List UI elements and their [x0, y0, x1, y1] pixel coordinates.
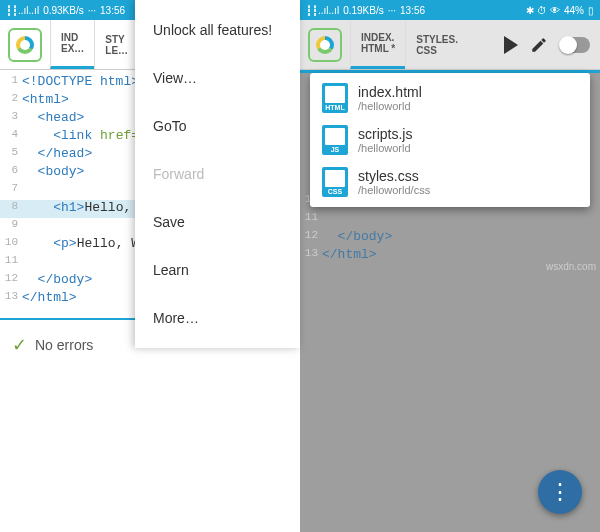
toggle-switch[interactable]: [560, 37, 590, 53]
tab-label: INDEX.: [361, 32, 395, 43]
code-line[interactable]: 12 </body>: [300, 229, 600, 247]
file-path: /helloworld: [358, 142, 412, 154]
tab-label: IND: [61, 32, 84, 43]
file-picker: HTMLindex.html/helloworldJSscripts.js/he…: [310, 73, 590, 207]
run-icon[interactable]: [504, 36, 518, 54]
bt-alarm-icons: ✱ ⏱ 👁: [526, 5, 560, 16]
tab-index-html[interactable]: INDEX. HTML *: [350, 20, 405, 69]
tab-styles-css[interactable]: STYLES. CSS: [405, 20, 468, 69]
app-logo-icon[interactable]: [8, 28, 42, 62]
menu-more[interactable]: More…: [135, 294, 300, 342]
tab-index[interactable]: IND EX…: [50, 20, 94, 69]
signal-icon: ┇┇..ıl..ıl: [6, 5, 39, 16]
battery-icon: ▯: [588, 5, 594, 16]
file-row[interactable]: JSscripts.js/helloworld: [314, 119, 586, 161]
tab-label: CSS: [416, 45, 458, 56]
menu-save[interactable]: Save: [135, 198, 300, 246]
tab-styles[interactable]: STY LE…: [94, 20, 138, 69]
clock: 13:56: [100, 5, 125, 16]
file-name: index.html: [358, 84, 422, 100]
file-icon: JS: [322, 125, 348, 155]
dots: ···: [388, 5, 396, 16]
tab-label: STY: [105, 34, 128, 45]
watermark: wsxdn.com: [546, 261, 596, 272]
code-line[interactable]: 11: [300, 211, 600, 229]
file-row[interactable]: CSSstyles.css/helloworld/css: [314, 161, 586, 203]
net-speed: 0.19KB/s: [343, 5, 384, 16]
menu-learn[interactable]: Learn: [135, 246, 300, 294]
toolbar-right: INDEX. HTML * STYLES. CSS: [300, 20, 600, 70]
battery-pct: 44%: [564, 5, 584, 16]
file-row[interactable]: HTMLindex.html/helloworld: [314, 77, 586, 119]
fab-more-button[interactable]: ⋮: [538, 470, 582, 514]
file-path: /helloworld: [358, 100, 422, 112]
tab-label: EX…: [61, 43, 84, 54]
file-name: styles.css: [358, 168, 430, 184]
left-pane: ┇┇..ıl..ıl 0.93KB/s ··· 13:56 ✱ ⏱ 👁 44% …: [0, 0, 300, 532]
file-name: scripts.js: [358, 126, 412, 142]
edit-icon[interactable]: [530, 36, 548, 54]
menu-unlock[interactable]: Unlock all features!: [135, 6, 300, 54]
check-icon: ✓: [12, 334, 27, 356]
file-icon: CSS: [322, 167, 348, 197]
tab-label: HTML *: [361, 43, 395, 54]
dots: ···: [88, 5, 96, 16]
statusbar-right: ┇┇..ıl..ıl 0.19KB/s ··· 13:56 ✱ ⏱ 👁 44% …: [300, 0, 600, 20]
tab-label: STYLES.: [416, 34, 458, 45]
status-text: No errors: [35, 337, 93, 353]
net-speed: 0.93KB/s: [43, 5, 84, 16]
menu-goto[interactable]: GoTo: [135, 102, 300, 150]
menu-view[interactable]: View…: [135, 54, 300, 102]
overflow-menu: Unlock all features! View… GoTo Forward …: [135, 0, 300, 348]
menu-forward: Forward: [135, 150, 300, 198]
file-icon: HTML: [322, 83, 348, 113]
tab-label: LE…: [105, 45, 128, 56]
clock: 13:56: [400, 5, 425, 16]
app-logo-icon[interactable]: [308, 28, 342, 62]
signal-icon: ┇┇..ıl..ıl: [306, 5, 339, 16]
file-path: /helloworld/css: [358, 184, 430, 196]
